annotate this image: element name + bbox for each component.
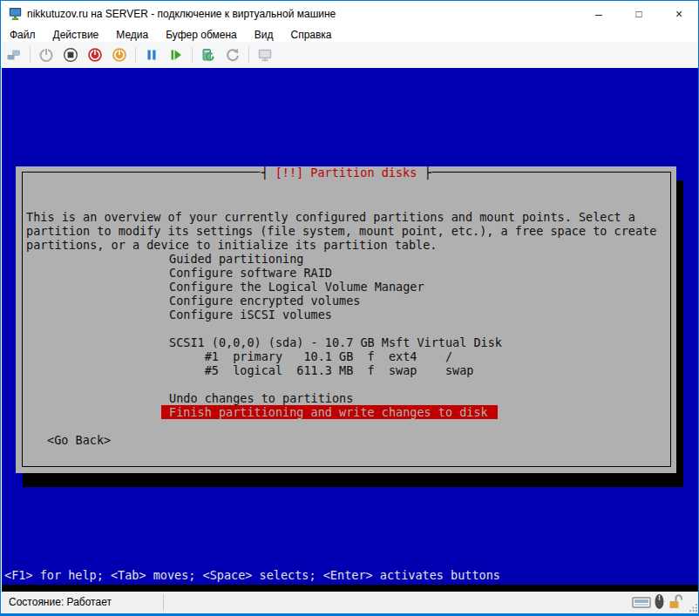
box-tee-right: ├: [417, 166, 431, 179]
toolbar-separator: [135, 47, 136, 63]
partition-disks-dialog: ┤ [!!] Partition disks ├ This is an over…: [16, 166, 676, 473]
close-button[interactable]: ×: [659, 1, 699, 27]
mouse-status-icon: [654, 593, 665, 610]
menu-item-encrypted-volumes[interactable]: Configure encrypted volumes: [169, 294, 360, 308]
titlebar[interactable]: nikkutuzov.ru на SERVER - подключение к …: [2, 1, 699, 27]
enhanced-session-icon[interactable]: [254, 44, 276, 66]
minimize-button[interactable]: –: [579, 1, 619, 27]
menu-item-lvm[interactable]: Configure the Logical Volume Manager: [169, 280, 424, 294]
shut-down-icon[interactable]: [84, 44, 106, 66]
dialog-body-line: partition to modify its settings (file s…: [26, 224, 656, 238]
save-icon[interactable]: [108, 44, 131, 66]
maximize-button[interactable]: □: [619, 1, 659, 27]
toolbar-separator: [192, 47, 193, 63]
vm-state-label: Состояние: Работает: [9, 596, 112, 608]
pause-icon[interactable]: [140, 44, 163, 66]
menu-item-undo-changes[interactable]: Undo changes to partitions: [169, 391, 353, 405]
statusbar-divider: [163, 594, 164, 611]
menubar: Файл Действие Медиа Буфер обмена Вид Спр…: [2, 27, 699, 42]
resize-grip[interactable]: [689, 603, 698, 612]
menu-file[interactable]: Файл: [2, 28, 44, 42]
dialog-title: ┤ [!!] Partition disks ├: [260, 166, 431, 180]
dialog-body-line: This is an overview of your currently co…: [26, 210, 635, 224]
installer-help-line: <F1> for help; <Tab> moves; <Space> sele…: [4, 568, 500, 582]
menu-action[interactable]: Действие: [44, 28, 108, 42]
ctrl-alt-del-icon[interactable]: [3, 44, 25, 66]
menu-media[interactable]: Медиа: [107, 28, 157, 42]
partition-row-1[interactable]: #1 primary 10.1 GB f ext4 /: [169, 349, 452, 363]
disk-device-row[interactable]: SCSI1 (0,0,0) (sda) - 10.7 GB Msft Virtu…: [169, 335, 502, 349]
box-tee-left: ┤: [261, 166, 275, 179]
statusbar: Состояние: Работает: [2, 592, 699, 613]
menu-help[interactable]: Справка: [282, 28, 340, 42]
keyboard-status-icon: [632, 594, 651, 610]
reset-icon[interactable]: [165, 44, 187, 66]
dialog-title-text: [!!] Partition disks: [275, 166, 417, 179]
menu-view[interactable]: Вид: [246, 28, 282, 42]
revert-icon[interactable]: [221, 44, 244, 66]
screen-bottom-filler: [2, 585, 699, 592]
go-back-button[interactable]: <Go Back>: [47, 433, 111, 447]
toolbar-separator: [248, 47, 249, 63]
toolbar: [2, 42, 699, 68]
menu-item-software-raid[interactable]: Configure software RAID: [169, 266, 332, 280]
menu-item-guided-partitioning[interactable]: Guided partitioning: [169, 252, 303, 266]
selected-item-highlight[interactable]: Finish partitioning and write changes to…: [161, 405, 498, 419]
turn-off-icon[interactable]: [59, 44, 82, 66]
start-icon[interactable]: [35, 44, 58, 66]
vmconnect-app-icon: [9, 7, 23, 21]
checkpoint-icon[interactable]: [197, 44, 220, 66]
menu-clipboard[interactable]: Буфер обмена: [157, 28, 246, 42]
vmconnect-window: nikkutuzov.ru на SERVER - подключение к …: [0, 0, 699, 616]
menu-item-iscsi-volumes[interactable]: Configure iSCSI volumes: [169, 308, 332, 322]
menu-item-finish-partitioning[interactable]: Finish partitioning and write changes to…: [161, 405, 498, 419]
dialog-body-line: partitions, or a device to initialize it…: [26, 238, 437, 252]
unlocked-status-icon: [668, 593, 683, 610]
toolbar-separator: [30, 47, 31, 63]
partition-row-5[interactable]: #5 logical 611.3 MB f swap swap: [169, 363, 474, 377]
vm-display[interactable]: ┤ [!!] Partition disks ├ This is an over…: [2, 68, 699, 592]
window-title: nikkutuzov.ru на SERVER - подключение к …: [27, 8, 336, 20]
